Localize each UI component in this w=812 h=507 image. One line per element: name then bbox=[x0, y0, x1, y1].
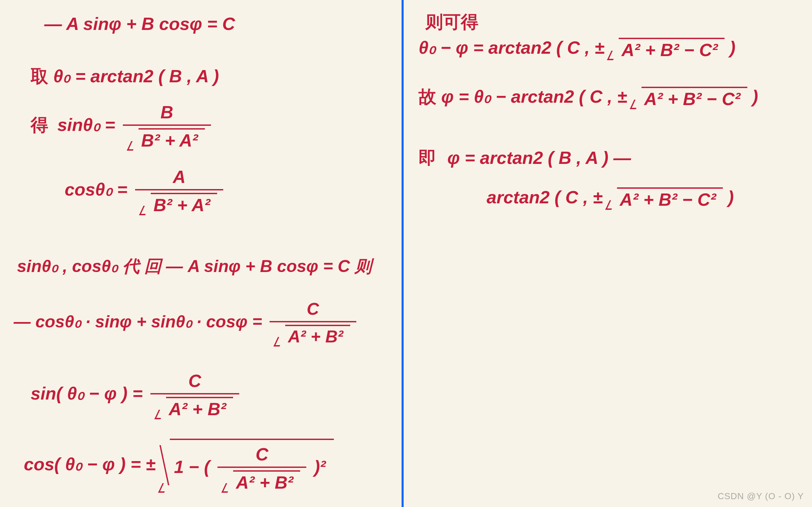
r1-radicand: A² + B² − C² bbox=[619, 38, 725, 60]
sqrt-BA2: B² + A² bbox=[141, 193, 217, 215]
radicand-AB: A² + B² bbox=[285, 325, 350, 347]
cos-diff-radicand: 1 − ( C A² + B² )² bbox=[170, 439, 334, 493]
watermark: CSDN @Y (O - O) Y bbox=[718, 491, 804, 502]
close-sq: )² bbox=[314, 457, 326, 477]
frac-num-C2: C bbox=[182, 371, 208, 393]
inner-sqrt: A² + B² bbox=[224, 470, 300, 493]
column-divider bbox=[402, 0, 404, 507]
r2-close: ) bbox=[752, 87, 758, 106]
sin-diff-row: sin( θ₀ − φ ) = C A² + B² bbox=[31, 371, 242, 419]
sqrt-BA: B² + A² bbox=[129, 128, 205, 151]
sin-diff-lhs: sin( θ₀ − φ ) = bbox=[31, 384, 143, 403]
frac-num-C: C bbox=[301, 299, 325, 321]
cos-diff-sqrt: 1 − ( C A² + B² )² bbox=[160, 439, 334, 493]
radicand-BA2: B² + A² bbox=[151, 193, 217, 215]
ie-label: 即 bbox=[419, 148, 436, 168]
expanded-lhs: — cosθ₀ · sinφ + sinθ₀ · cosφ = bbox=[14, 312, 262, 331]
sin-theta-lhs: sinθ₀ = bbox=[57, 115, 115, 135]
radicand-BA: B² + A² bbox=[139, 128, 205, 151]
r1-lhs: θ₀ − φ = arctan2 ( C , ± bbox=[419, 38, 604, 57]
frac-den-sqrtAB2: A² + B² bbox=[150, 394, 239, 419]
inner-den: A² + B² bbox=[217, 468, 306, 493]
sqrt-AB: A² + B² bbox=[276, 325, 350, 347]
substitute-back: sinθ₀ , cosθ₀ 代 回 — A sinφ + B cosφ = C … bbox=[17, 255, 372, 278]
sin-theta-fraction: B B² + A² bbox=[123, 102, 211, 151]
expanded-eq: — cosθ₀ · sinφ + sinθ₀ · cosφ = C A² + B… bbox=[14, 299, 359, 347]
one-minus: 1 − ( bbox=[174, 457, 210, 477]
radicand-AB2: A² + B² bbox=[166, 397, 233, 419]
cos-theta-row: cosθ₀ = A B² + A² bbox=[65, 167, 226, 215]
left-column: — A sinφ + B cosφ = C 取 θ₀ = arctan2 ( B… bbox=[17, 0, 391, 507]
cos-theta-fraction: A B² + A² bbox=[135, 167, 223, 215]
then-get-label: 则可得 bbox=[425, 10, 478, 34]
radical-icon bbox=[160, 445, 170, 493]
theta-def-expr: θ₀ = arctan2 ( B , A ) bbox=[53, 66, 219, 86]
result-eq3b: arctan2 ( C , ± A² + B² − C² ) bbox=[487, 187, 734, 210]
right-column: 则可得 θ₀ − φ = arctan2 ( C , ± A² + B² − C… bbox=[419, 0, 800, 507]
inner-fraction: C A² + B² bbox=[217, 444, 306, 493]
take-label: 取 bbox=[31, 67, 48, 86]
so-label: 故 bbox=[419, 87, 436, 106]
expanded-fraction: C A² + B² bbox=[270, 299, 356, 347]
r3b-sqrt: A² + B² − C² bbox=[607, 187, 723, 210]
cos-theta-lhs: cosθ₀ = bbox=[65, 180, 127, 199]
sin-theta-row: 得 sinθ₀ = B B² + A² bbox=[31, 102, 214, 151]
frac-den-sqrtBA2: B² + A² bbox=[135, 190, 223, 215]
cos-diff-lhs: cos( θ₀ − φ ) = ± bbox=[24, 454, 156, 474]
r1-sqrt: A² + B² − C² bbox=[609, 38, 725, 60]
sqrt-AB2: A² + B² bbox=[157, 397, 233, 419]
r2-lhs: φ = θ₀ − arctan2 ( C , ± bbox=[441, 87, 627, 106]
sin-diff-fraction: C A² + B² bbox=[150, 371, 239, 419]
r3b-close: ) bbox=[728, 187, 734, 207]
frac-den-sqrtAB: A² + B² bbox=[270, 322, 356, 347]
cos-diff-row: cos( θ₀ − φ ) = ± 1 − ( C A² + B² )² bbox=[24, 439, 334, 493]
result-eq2: 故 φ = θ₀ − arctan2 ( C , ± A² + B² − C² … bbox=[419, 85, 758, 109]
inner-num-C: C bbox=[249, 444, 275, 467]
frac-num-A: A bbox=[167, 167, 192, 189]
result-eq3a: 即 φ = arctan2 ( B , A ) — bbox=[419, 146, 631, 170]
equation-original: — A sinφ + B cosφ = C bbox=[44, 14, 235, 34]
r3b-lhs: arctan2 ( C , ± bbox=[487, 187, 603, 207]
frac-den-sqrtBA: B² + A² bbox=[123, 126, 211, 151]
r2-radicand: A² + B² − C² bbox=[642, 87, 747, 109]
frac-num-B: B bbox=[155, 102, 180, 124]
theta-definition: 取 θ₀ = arctan2 ( B , A ) bbox=[31, 65, 219, 88]
r2-sqrt: A² + B² − C² bbox=[632, 87, 747, 109]
result-eq1: θ₀ − φ = arctan2 ( C , ± A² + B² − C² ) bbox=[419, 37, 735, 60]
get-label: 得 bbox=[31, 115, 48, 135]
r3b-radicand: A² + B² − C² bbox=[617, 187, 723, 210]
inner-radicand: A² + B² bbox=[233, 470, 300, 493]
r1-close: ) bbox=[730, 38, 735, 57]
r3a-expr: φ = arctan2 ( B , A ) — bbox=[447, 148, 631, 168]
